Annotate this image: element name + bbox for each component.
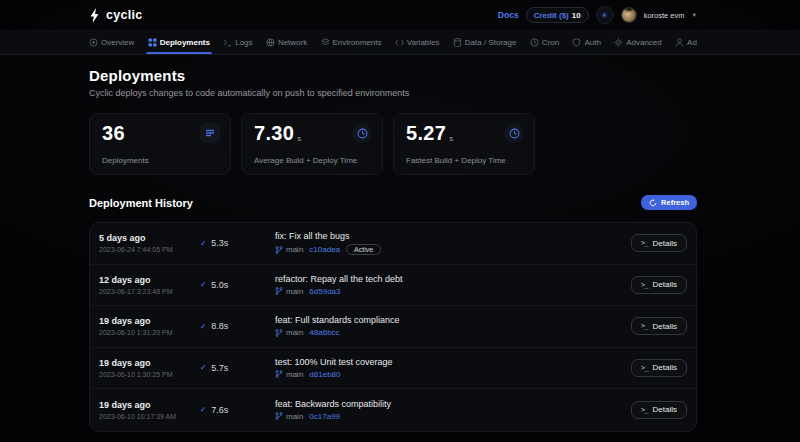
check-icon: ✓	[200, 239, 206, 248]
tab-cron[interactable]: Cron	[530, 30, 559, 54]
deploy-timestamp: 2023-06-24 7:44:05 PM	[99, 246, 200, 253]
brand-logo[interactable]: cyclic	[89, 8, 143, 23]
commit-hash-link[interactable]: 6d59da3	[309, 287, 340, 296]
deployment-row: 19 days ago 2023-06-10 1:30:25 PM ✓ 5.7s…	[90, 348, 696, 390]
branch: main	[275, 412, 303, 421]
commit-message: test: 100% Unit test coverage	[275, 357, 631, 367]
check-icon: ✓	[200, 405, 206, 414]
page-title: Deployments	[89, 67, 697, 84]
tab-overview[interactable]: Overview	[89, 30, 134, 54]
details-button[interactable]: >_ Details	[631, 234, 687, 252]
status-badge: Active	[346, 244, 381, 255]
deployment-history-panel: 5 days ago 2023-06-24 7:44:05 PM ✓ 5.3s …	[89, 222, 697, 432]
tab-network[interactable]: Network	[266, 30, 307, 54]
branch: main	[275, 370, 303, 379]
deploy-timestamp: 2023-06-17 3:23:48 PM	[99, 288, 200, 295]
variables-icon	[395, 38, 404, 47]
git-branch-icon	[275, 329, 283, 337]
tab-data-storage[interactable]: Data / Storage	[453, 30, 517, 54]
details-button[interactable]: >_ Details	[631, 359, 687, 377]
check-icon: ✓	[200, 322, 206, 331]
details-button[interactable]: >_ Details	[631, 276, 687, 294]
stat-card-average-time: 7.30 s Average Build + Deploy Time	[241, 113, 383, 175]
commit-message: feat: Backwards compatibility	[275, 399, 631, 409]
clock-icon	[530, 38, 539, 47]
tab-variables[interactable]: Variables	[395, 30, 440, 54]
refresh-icon	[649, 199, 657, 207]
git-branch-icon	[275, 370, 283, 378]
tab-advanced[interactable]: Advanced	[614, 30, 662, 54]
commit-hash-link[interactable]: c10adea	[309, 245, 340, 254]
cyclic-logo-icon	[89, 8, 100, 23]
stat-value: 36	[102, 122, 125, 145]
commit-message: fix: Fix all the bugs	[275, 231, 631, 241]
details-button[interactable]: >_ Details	[631, 401, 687, 419]
person-icon	[675, 38, 684, 47]
check-icon: ✓	[200, 280, 206, 289]
deploy-age: 19 days ago	[99, 400, 200, 410]
terminal-icon: >_	[641, 406, 647, 414]
deploy-duration: 5.3s	[211, 238, 228, 248]
main-content: Deployments Cyclic deploys changes to co…	[89, 67, 697, 432]
stat-label: Average Build + Deploy Time	[254, 156, 357, 165]
commit-hash-link[interactable]: 0c17a99	[309, 412, 340, 421]
network-icon	[266, 38, 275, 47]
deployments-icon	[148, 38, 157, 47]
deploy-stack-icon	[200, 123, 220, 143]
commit-message: refactor: Repay all the tech debt	[275, 274, 631, 284]
tab-logs[interactable]: Logs	[223, 30, 252, 54]
git-branch-icon	[275, 287, 283, 295]
clock-icon	[352, 123, 372, 143]
database-icon	[453, 38, 462, 47]
terminal-icon: >_	[641, 364, 647, 372]
stat-label: Deployments	[102, 156, 149, 165]
deployment-row: 12 days ago 2023-06-17 3:23:48 PM ✓ 5.0s…	[90, 265, 696, 307]
deploy-duration: 5.7s	[211, 363, 228, 373]
tab-auth[interactable]: Auth	[572, 30, 600, 54]
avatar[interactable]	[621, 7, 637, 23]
spark-icon[interactable]: ✳	[596, 6, 614, 24]
stat-card-fastest-time: 5.27 s Fastest Build + Deploy Time	[393, 113, 535, 175]
commit-hash-link[interactable]: 48a6bcc	[309, 328, 339, 337]
credit-button[interactable]: Credit ($) 10	[526, 7, 589, 23]
credit-value: 10	[572, 11, 581, 20]
deployment-row: 19 days ago 2023-06-10 1:31:20 PM ✓ 8.8s…	[90, 306, 696, 348]
gear-icon	[614, 38, 623, 47]
clock-icon	[504, 123, 524, 143]
brand-name: cyclic	[106, 8, 143, 22]
details-button[interactable]: >_ Details	[631, 317, 687, 335]
history-title: Deployment History	[89, 197, 193, 209]
stat-label: Fastest Build + Deploy Time	[406, 156, 506, 165]
deploy-timestamp: 2023-06-10 1:30:25 PM	[99, 371, 200, 378]
deploy-timestamp: 2023-06-10 10:17:39 AM	[99, 413, 200, 420]
commit-hash-link[interactable]: d81eb80	[309, 370, 340, 379]
deploy-age: 19 days ago	[99, 316, 200, 326]
username: koroste evm	[644, 11, 685, 20]
tab-ad[interactable]: Ad	[675, 30, 697, 54]
refresh-button[interactable]: Refresh	[641, 195, 697, 210]
stat-value: 7.30	[254, 122, 294, 145]
git-branch-icon	[275, 246, 283, 254]
branch: main	[275, 287, 303, 296]
stat-card-deployments: 36 Deployments	[89, 113, 231, 175]
git-branch-icon	[275, 412, 283, 420]
top-bar: cyclic Docs Credit ($) 10 ✳ koroste evm …	[0, 0, 800, 30]
chevron-down-icon[interactable]: ▼	[692, 12, 697, 18]
terminal-icon: >_	[641, 281, 647, 289]
terminal-icon: >_	[641, 239, 647, 247]
stats-row: 36 Deployments 7.30 s Average Build + De…	[89, 113, 697, 175]
deploy-age: 19 days ago	[99, 358, 200, 368]
docs-link[interactable]: Docs	[498, 10, 519, 20]
tab-environments[interactable]: Environments	[321, 30, 382, 54]
tab-deployments[interactable]: Deployments	[148, 30, 210, 54]
deploy-timestamp: 2023-06-10 1:31:20 PM	[99, 329, 200, 336]
overview-icon	[89, 38, 98, 47]
deploy-duration: 8.8s	[211, 321, 228, 331]
credit-label: Credit ($)	[534, 11, 569, 20]
deployment-row: 19 days ago 2023-06-10 10:17:39 AM ✓ 7.6…	[90, 389, 696, 431]
page-subtitle: Cyclic deploys changes to code automatic…	[89, 88, 697, 98]
deploy-age: 12 days ago	[99, 275, 200, 285]
check-icon: ✓	[200, 363, 206, 372]
deploy-duration: 5.0s	[211, 280, 228, 290]
branch: main	[275, 328, 303, 337]
